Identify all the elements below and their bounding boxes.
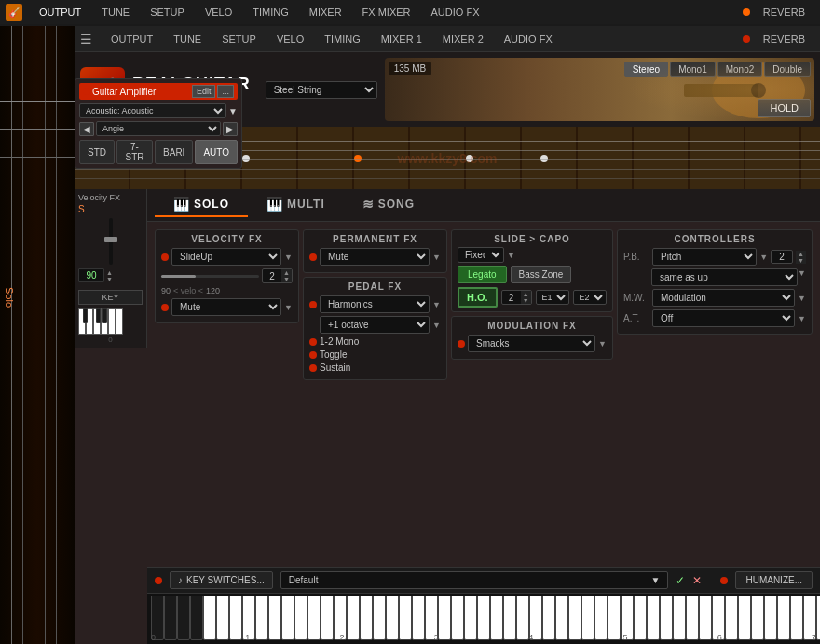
vfx-stepper-down[interactable]: ▼: [281, 276, 292, 282]
tune-bari-button[interactable]: BARI: [155, 140, 193, 164]
amp-preset1-select[interactable]: Acoustic: Acoustic: [79, 103, 226, 118]
tune-auto-button[interactable]: AUTO: [195, 140, 238, 164]
view-buttons: Stereo Mono1 Mono2 Double: [624, 62, 811, 77]
perm-arrow: ▼: [432, 253, 441, 262]
sec-nav-audiofx[interactable]: AUDIO FX: [495, 32, 562, 47]
controllers-col: CONTROLLERS P.B. Pitch ▼ 2 ▲ ▼: [617, 229, 813, 559]
solo-side-label: Solo: [4, 287, 15, 308]
mod-smacks-select[interactable]: Smacks: [468, 335, 595, 352]
tuning-buttons: STD 7-STR BARI AUTO: [79, 140, 238, 164]
top-nav-output[interactable]: OUTPUT: [30, 5, 90, 20]
sec-nav-mixer1[interactable]: MIXER 1: [372, 32, 431, 47]
vfx-slideup-select[interactable]: SlideUp: [171, 248, 281, 266]
slide-section: SLIDE > CAPO Fixed ▼ Legato Bass Zone: [451, 229, 613, 312]
close-icon[interactable]: ✕: [692, 574, 702, 587]
e2-select[interactable]: E2: [573, 290, 607, 305]
piano-numbers: 0 1 2 3 4 5 6 7: [147, 633, 820, 642]
preset-dropdown[interactable]: Default ▼: [280, 571, 669, 589]
at-row: A.T. Off ▼: [623, 309, 806, 327]
bass-zone-button[interactable]: Bass Zone: [511, 266, 572, 283]
top-nav-reverb[interactable]: REVERB: [754, 5, 814, 20]
ho-button[interactable]: H.O.: [458, 287, 498, 308]
amp-more-button[interactable]: ...: [217, 85, 234, 98]
humanize-button[interactable]: HUMANIZE...: [735, 571, 813, 589]
value-display: 90: [78, 268, 104, 282]
top-nav-timing[interactable]: TIMING: [243, 5, 298, 20]
slide-title: SLIDE > CAPO: [458, 234, 607, 244]
top-nav-audiofx[interactable]: AUDIO FX: [422, 5, 489, 20]
sec-nav-setup[interactable]: SETUP: [212, 32, 266, 47]
vfx-arrow: ▼: [284, 253, 293, 262]
amp-preset2-select[interactable]: Angie: [96, 121, 221, 136]
pb-down[interactable]: ▼: [796, 257, 806, 264]
piano-num-4: 4: [528, 633, 533, 642]
mw-arrow: ▼: [798, 294, 806, 303]
piano-num-2: 2: [340, 633, 345, 642]
slide-mode-select[interactable]: Fixed: [458, 247, 504, 263]
sec-nav-velo[interactable]: VELO: [267, 32, 313, 47]
solo-tab-label: SOLO: [194, 198, 229, 211]
pb-sub-select[interactable]: same as up: [651, 268, 798, 286]
top-nav-mixer[interactable]: MIXER: [300, 5, 351, 20]
mw-select[interactable]: Modulation: [652, 289, 795, 307]
hold-button[interactable]: HOLD: [758, 99, 811, 117]
view-double[interactable]: Double: [764, 62, 811, 77]
sec-nav-output[interactable]: OUTPUT: [102, 32, 162, 47]
reverb-indicator-top: [743, 8, 750, 16]
view-stereo[interactable]: Stereo: [624, 62, 668, 77]
e1-select[interactable]: E1: [536, 290, 569, 305]
piano-num-0: 0: [151, 633, 156, 642]
at-select[interactable]: Off: [652, 309, 795, 327]
toggle-row: Toggle: [309, 349, 441, 360]
value-up[interactable]: ▲: [106, 269, 113, 276]
sec-nav-reverb[interactable]: REVERB: [754, 32, 814, 47]
pb-select[interactable]: Pitch: [652, 248, 757, 266]
pedal-harmonics-select[interactable]: Harmonics: [320, 295, 430, 313]
svg-point-0: [712, 62, 805, 118]
hamburger-icon[interactable]: ☰: [80, 32, 92, 47]
ho-stepper-down[interactable]: ▼: [521, 297, 531, 304]
tab-multi[interactable]: 🎹 MULTI: [248, 193, 344, 217]
amp-title: Guitar Amplifier: [92, 87, 156, 97]
tab-solo[interactable]: 🎹 SOLO: [155, 193, 248, 217]
pb-up[interactable]: ▲: [796, 251, 806, 257]
perm-mute-select[interactable]: Mute: [320, 248, 430, 266]
top-nav-tune[interactable]: TUNE: [92, 5, 139, 20]
toggle-indicator: [309, 351, 317, 359]
pb-sub-arrow: ▼: [798, 268, 806, 286]
pedal-octave-select[interactable]: +1 octave: [320, 316, 430, 334]
tune-7str-button[interactable]: 7-STR: [116, 140, 153, 164]
top-nav-velo[interactable]: VELO: [196, 5, 241, 20]
ho-stepper-up[interactable]: ▲: [521, 291, 531, 297]
pedal-indicator: [309, 301, 317, 308]
fader-thumb[interactable]: [104, 237, 117, 242]
top-nav-setup[interactable]: SETUP: [141, 5, 194, 20]
top-nav-fxmixer[interactable]: FX MIXER: [353, 5, 420, 20]
sec-nav-tune[interactable]: TUNE: [164, 32, 211, 47]
amp-next-button[interactable]: ▶: [223, 122, 238, 136]
amp-edit-button[interactable]: Edit: [192, 85, 216, 98]
vfx-stepper-arrows: ▲ ▼: [281, 269, 292, 282]
slide-mod-col: SLIDE > CAPO Fixed ▼ Legato Bass Zone: [451, 229, 613, 559]
pedal-arrow: ▼: [432, 300, 441, 309]
tab-song[interactable]: ≋ SONG: [344, 193, 433, 217]
value-arrows: ▲ ▼: [106, 269, 113, 282]
amp-prev-button[interactable]: ◀: [79, 122, 94, 136]
preset-selector[interactable]: Steel String: [266, 81, 377, 99]
vfx-mute-select[interactable]: Mute: [171, 298, 281, 316]
vfx-stepper-up[interactable]: ▲: [281, 269, 292, 276]
check-icon[interactable]: ✓: [676, 574, 685, 587]
tabs-row: 🎹 SOLO 🎹 MULTI ≋ SONG: [147, 189, 820, 222]
sustain-indicator: [309, 364, 317, 372]
tune-std-button[interactable]: STD: [79, 140, 115, 164]
key-switches-button[interactable]: ♪ KEY SWITCHES...: [170, 571, 273, 589]
sec-nav-timing[interactable]: TIMING: [315, 32, 370, 47]
view-mono1[interactable]: Mono1: [670, 62, 716, 77]
sec-nav-mixer2[interactable]: MIXER 2: [433, 32, 493, 47]
legato-button[interactable]: Legato: [458, 266, 507, 283]
value-down[interactable]: ▼: [106, 276, 113, 282]
velocity-slider[interactable]: [161, 275, 259, 278]
ho-row: H.O. 2 ▲ ▼ E1 E2: [458, 287, 607, 308]
view-mono2[interactable]: Mono2: [718, 62, 763, 77]
guitar-image: 135 MB Stereo Mono1 Mono2 Double HOLD: [385, 58, 814, 121]
